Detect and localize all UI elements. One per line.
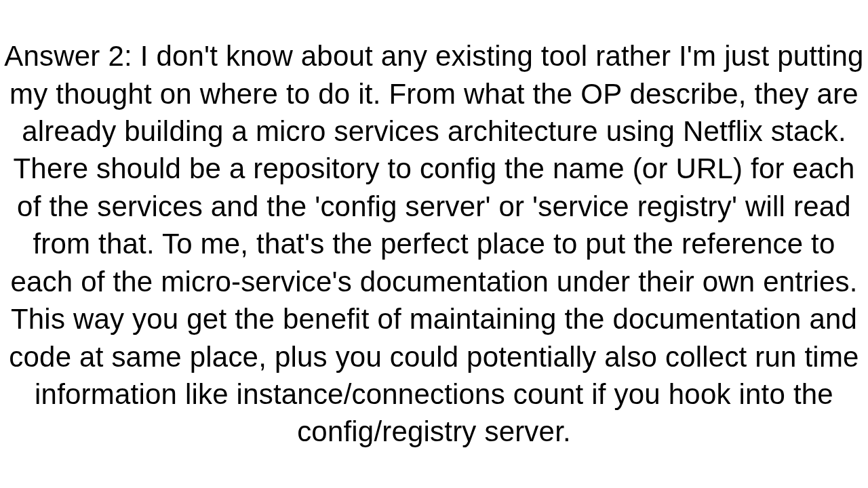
answer-text: Answer 2: I don't know about any existin… — [0, 37, 868, 451]
